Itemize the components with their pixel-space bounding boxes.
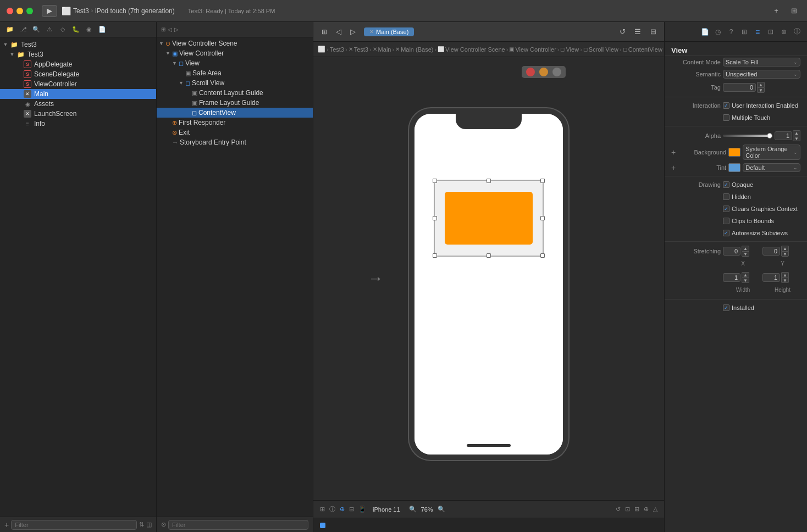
search-nav-icon[interactable]: 🔍: [31, 24, 42, 35]
info-btn[interactable]: ⓘ: [329, 505, 335, 513]
handle-tc[interactable]: [487, 179, 491, 183]
tree-item-viewcontroller[interactable]: ▷ S ViewController: [0, 79, 156, 89]
tag-input[interactable]: [723, 83, 756, 92]
tint-select[interactable]: Default ⌄: [743, 163, 800, 172]
outline-item-first-responder[interactable]: ▷ ⊕ First Responder: [157, 118, 313, 128]
stretch-h-input[interactable]: [762, 273, 780, 282]
bc-vc[interactable]: View Controller: [515, 46, 556, 53]
sw-up[interactable]: ▲: [742, 272, 749, 278]
tree-item-test3-group[interactable]: ▼ 📁 Test3: [0, 40, 156, 49]
sy-up[interactable]: ▲: [781, 246, 789, 251]
handle-tr[interactable]: [540, 179, 545, 183]
outline-item-frame-layout[interactable]: ▷ ▣ Frame Layout Guide: [157, 98, 313, 108]
filter-input[interactable]: [11, 520, 137, 530]
inspector-size-icon[interactable]: ⊡: [765, 26, 776, 37]
add-file-button[interactable]: +: [4, 520, 9, 529]
tree-item-test3-subgroup[interactable]: ▼ 📁 Test3: [0, 49, 156, 59]
align-btn[interactable]: ⊞: [634, 506, 639, 513]
alpha-up[interactable]: ▲: [793, 130, 800, 136]
grid-icon[interactable]: ⊟: [646, 25, 660, 38]
canvas[interactable]: →: [313, 57, 664, 500]
tree-item-assets[interactable]: ▷ ◉ Assets: [0, 99, 156, 109]
debug-icon[interactable]: 🐛: [70, 24, 81, 35]
stretch-w-input[interactable]: [723, 273, 740, 282]
inspector-identity-icon[interactable]: ⓘ: [792, 26, 803, 37]
stretch-y-input[interactable]: [762, 247, 780, 256]
inspector-connect-icon[interactable]: ⊕: [778, 26, 789, 37]
sh-down[interactable]: ▼: [781, 278, 789, 283]
outline-item-view[interactable]: ▼ ◻ View: [157, 58, 313, 68]
outline-item-vc-scene[interactable]: ▼ ⊙ View Controller Scene: [157, 38, 313, 48]
layout-btn[interactable]: ⊞: [320, 506, 325, 513]
link-btn[interactable]: ⊕: [340, 506, 345, 513]
background-color-swatch[interactable]: [728, 148, 740, 157]
sy-down[interactable]: ▼: [781, 251, 789, 257]
tree-item-launchscreen[interactable]: ▷ ✕ LaunchScreen: [0, 109, 156, 119]
background-plus-icon[interactable]: +: [671, 148, 676, 157]
content-mode-select[interactable]: Scale To Fill ⌄: [723, 58, 800, 66]
sort-icon[interactable]: ⇅: [139, 521, 144, 528]
handle-ml[interactable]: [433, 216, 437, 220]
tree-item-appdelegate[interactable]: ▷ S AppDelegate: [0, 59, 156, 69]
bc-test3-2[interactable]: Test3: [354, 46, 368, 53]
inspector-help-icon[interactable]: ?: [726, 26, 737, 37]
bc-scene[interactable]: View Controller Scene: [445, 46, 505, 53]
zoom-out-btn[interactable]: 🔍: [409, 506, 417, 513]
sx-up[interactable]: ▲: [742, 246, 749, 251]
outline-filter-input[interactable]: [168, 520, 308, 530]
alpha-down[interactable]: ▼: [793, 136, 800, 141]
git-icon[interactable]: ⎇: [18, 24, 29, 35]
zoom-in-btn[interactable]: 🔍: [438, 506, 445, 513]
scroll-view-container[interactable]: [434, 180, 544, 257]
scheme-selector[interactable]: ⬜ Test3 › iPod touch (7th generation): [62, 7, 175, 15]
sx-down[interactable]: ▼: [742, 251, 749, 257]
handle-bc[interactable]: [487, 253, 491, 258]
tint-color-swatch[interactable]: [728, 163, 740, 172]
add-button[interactable]: +: [770, 4, 783, 18]
bc-view[interactable]: View: [566, 46, 579, 53]
scene-btn-red[interactable]: [526, 68, 535, 76]
pin-btn[interactable]: ⊕: [644, 506, 649, 513]
outline-item-content-view[interactable]: ▷ ◻ ContentView: [157, 108, 313, 118]
layout-toggle[interactable]: ⊞: [787, 4, 800, 18]
clips-checkbox[interactable]: [723, 218, 729, 224]
scene-btn-orange[interactable]: [539, 68, 548, 76]
crop-btn[interactable]: ⊟: [349, 506, 354, 513]
hidden-checkbox[interactable]: [723, 193, 729, 200]
semantic-select[interactable]: Unspecified ⌄: [723, 70, 800, 79]
user-interaction-checkbox[interactable]: [723, 102, 729, 109]
bc-scroll[interactable]: Scroll View: [589, 46, 618, 53]
tree-item-main[interactable]: ▷ ✕ Main: [0, 89, 156, 99]
outline-item-storyboard-entry[interactable]: ▷ → Storyboard Entry Point: [157, 137, 313, 147]
outline-item-scroll-view[interactable]: ▼ ◻ Scroll View: [157, 78, 313, 88]
inspector-history-icon[interactable]: ◷: [712, 26, 723, 37]
nav-forward[interactable]: ▷: [346, 25, 360, 38]
stretch-x-input[interactable]: [723, 247, 740, 256]
refresh-icon[interactable]: ↺: [616, 25, 629, 38]
inspector-file-icon[interactable]: 📄: [699, 26, 710, 37]
fullscreen-button[interactable]: [26, 8, 33, 14]
bc-test3-1[interactable]: Test3: [330, 46, 344, 53]
alpha-slider[interactable]: [723, 135, 772, 137]
outline-item-content-layout[interactable]: ▷ ▣ Content Layout Guide: [157, 88, 313, 98]
list-icon[interactable]: ☰: [631, 25, 644, 38]
handle-br[interactable]: [540, 253, 545, 258]
scene-btn-gray[interactable]: [552, 68, 561, 76]
minimize-button[interactable]: [16, 8, 23, 14]
bc-main[interactable]: Main: [378, 46, 391, 53]
report-icon[interactable]: 📄: [97, 24, 108, 35]
alpha-input[interactable]: [775, 131, 792, 140]
options-icon[interactable]: ◫: [146, 521, 152, 528]
outline-item-safe-area[interactable]: ▷ ▣ Safe Area: [157, 68, 313, 78]
handle-tl[interactable]: [433, 179, 437, 183]
opaque-checkbox[interactable]: [723, 181, 729, 188]
outline-item-exit[interactable]: ▷ ⊗ Exit: [157, 128, 313, 137]
orange-view[interactable]: [445, 192, 533, 245]
sh-up[interactable]: ▲: [781, 272, 789, 278]
bc-contentview[interactable]: ContentView: [628, 46, 662, 53]
tag-down[interactable]: ▼: [757, 87, 765, 93]
autoresize-checkbox[interactable]: [723, 230, 729, 236]
test-icon[interactable]: ◇: [57, 24, 68, 35]
run-button[interactable]: ▶: [42, 5, 57, 17]
installed-checkbox[interactable]: [723, 304, 729, 311]
